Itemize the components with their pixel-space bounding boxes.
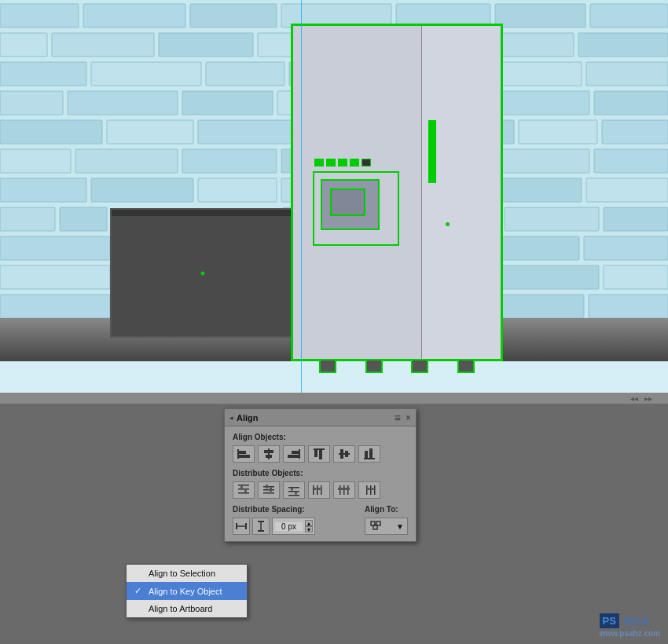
- svg-rect-54: [604, 207, 668, 231]
- align-right-button[interactable]: [283, 445, 305, 463]
- distribute-spacing-controls: ▲ ▼: [233, 518, 315, 535]
- dist-left-button[interactable]: [308, 481, 330, 499]
- svg-rect-76: [299, 449, 300, 459]
- scroll-indicators: ◂◂ ▸▸: [0, 393, 668, 404]
- svg-rect-99: [288, 491, 299, 492]
- dispenser-inner: [321, 179, 380, 230]
- svg-rect-81: [319, 450, 322, 459]
- svg-rect-48: [586, 178, 668, 202]
- disp-btn-4: [350, 159, 359, 166]
- align-hcenter-button[interactable]: [258, 445, 280, 463]
- align-left-button[interactable]: [233, 445, 255, 463]
- dropdown-item-key-object[interactable]: ✓ Align to Key Object: [127, 582, 247, 600]
- dist-top-icon: [237, 484, 251, 496]
- svg-rect-74: [264, 450, 273, 453]
- svg-rect-104: [317, 485, 318, 495]
- svg-rect-16: [206, 62, 284, 86]
- spacing-spinner-down[interactable]: ▼: [305, 526, 313, 532]
- svg-rect-37: [182, 149, 277, 173]
- svg-rect-116: [374, 485, 376, 495]
- spacing-spinner: ▲ ▼: [305, 520, 313, 532]
- distribute-objects-label: Distribute Objects:: [233, 469, 408, 478]
- svg-rect-59: [584, 236, 668, 260]
- dispenser-screen: [330, 188, 365, 216]
- fridge-left-door: [293, 26, 423, 359]
- scroll-left-icon[interactable]: ◂◂: [630, 394, 638, 403]
- spacing-input[interactable]: [275, 522, 303, 531]
- counter-top: [112, 210, 293, 216]
- svg-rect-105: [321, 485, 322, 495]
- align-to-dropdown[interactable]: ▼: [365, 518, 408, 535]
- distribute-spacing-section: Distribute Spacing:: [233, 505, 408, 535]
- svg-rect-22: [68, 91, 178, 115]
- svg-rect-77: [292, 451, 299, 454]
- svg-rect-106: [314, 488, 317, 490]
- panel-collapse-icon[interactable]: ◂: [229, 414, 233, 422]
- svg-rect-44: [198, 178, 277, 202]
- svg-rect-93: [263, 486, 274, 488]
- svg-rect-8: [52, 33, 154, 57]
- svg-rect-87: [369, 448, 373, 458]
- svg-rect-85: [364, 458, 375, 459]
- svg-rect-83: [340, 449, 343, 459]
- align-objects-row: [233, 445, 408, 463]
- spacing-spinner-up[interactable]: ▲: [305, 520, 313, 526]
- align-to-dropdown-menu: Align to Selection ✓ Align to Key Object…: [126, 564, 248, 618]
- svg-rect-43: [91, 178, 193, 202]
- disp-btn-5: [362, 159, 371, 166]
- panel-close-icon[interactable]: ×: [406, 412, 411, 423]
- foot-2: [365, 359, 383, 373]
- panel-titlebar[interactable]: ◂ Align ≡ ×: [225, 409, 416, 426]
- svg-rect-118: [372, 488, 374, 490]
- dropdown-item-artboard[interactable]: Align to Artboard: [127, 600, 247, 617]
- svg-rect-55: [0, 236, 110, 260]
- svg-rect-5: [495, 4, 585, 27]
- scroll-right-icon[interactable]: ▸▸: [644, 394, 652, 403]
- dist-bottom-button[interactable]: [283, 481, 305, 499]
- svg-rect-71: [239, 451, 246, 454]
- svg-rect-0: [0, 4, 79, 27]
- counter-dot: [200, 271, 204, 275]
- svg-rect-28: [0, 120, 102, 144]
- disp-btn-3: [338, 159, 347, 166]
- align-bottom-button[interactable]: [358, 445, 380, 463]
- svg-rect-34: [602, 120, 668, 144]
- svg-rect-36: [75, 149, 178, 173]
- svg-rect-21: [0, 91, 63, 115]
- foot-4: [457, 359, 475, 373]
- ps-watermark: PS 爱好者 www.psahz.com: [600, 613, 660, 638]
- svg-rect-123: [258, 530, 264, 532]
- dist-hcenter-button[interactable]: [333, 481, 355, 499]
- svg-rect-49: [0, 207, 55, 231]
- svg-rect-78: [288, 455, 299, 458]
- dropdown-item-selection[interactable]: Align to Selection: [127, 565, 247, 582]
- svg-rect-6: [590, 4, 668, 27]
- dispenser-buttons: [314, 159, 371, 166]
- dist-spacing-h-button[interactable]: [233, 518, 250, 535]
- dist-spacing-v-button[interactable]: [252, 518, 270, 535]
- svg-rect-102: [295, 492, 297, 495]
- fridge-feet: [293, 359, 501, 373]
- dropdown-item-artboard-label: Align to Artboard: [149, 604, 212, 613]
- dist-vcenter-button[interactable]: [258, 481, 280, 499]
- foot-1: [319, 359, 336, 373]
- dispenser-area: [313, 171, 399, 246]
- dist-spacing-h-icon: [235, 520, 248, 532]
- svg-rect-68: [494, 295, 584, 318]
- disp-btn-2: [326, 159, 336, 166]
- dist-top-button[interactable]: [233, 481, 255, 499]
- panel-menu-icon[interactable]: ≡: [395, 412, 401, 424]
- svg-rect-64: [604, 265, 668, 289]
- align-to-dropdown-icon: [369, 519, 383, 533]
- align-vcenter-button[interactable]: [333, 445, 355, 463]
- ps-logo-box: PS: [600, 613, 619, 628]
- svg-rect-19: [495, 62, 582, 86]
- dist-right-button[interactable]: [358, 481, 380, 499]
- svg-rect-58: [493, 236, 579, 260]
- align-top-button[interactable]: [308, 445, 330, 463]
- align-to-icon: [369, 519, 383, 532]
- dropdown-item-selection-label: Align to Selection: [149, 569, 215, 578]
- align-to-dropdown-arrow: ▼: [396, 522, 404, 531]
- svg-rect-112: [342, 488, 346, 490]
- svg-rect-41: [594, 149, 668, 173]
